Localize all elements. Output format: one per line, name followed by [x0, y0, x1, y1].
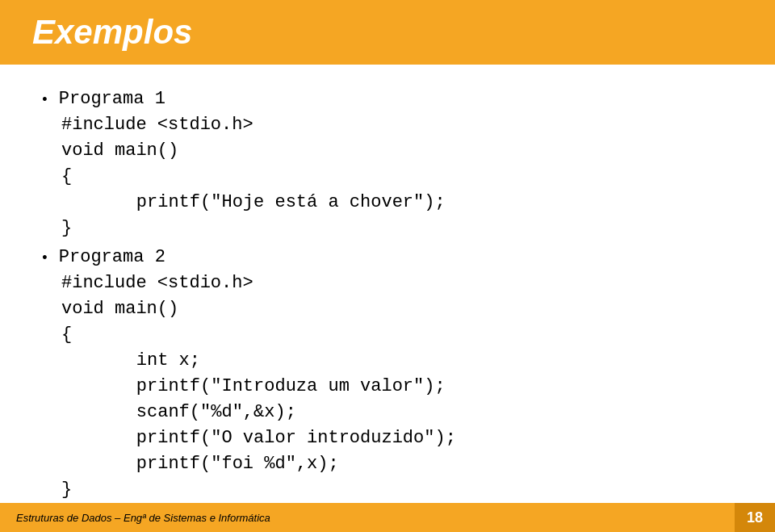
- code-line: int x;: [61, 348, 735, 374]
- program2-header: • Programa 2: [40, 247, 735, 267]
- code-line: void main(): [61, 138, 735, 164]
- code-line: printf("Introduza um valor");: [61, 374, 735, 400]
- bullet-2: •: [40, 250, 49, 266]
- header-bar: Exemplos: [0, 0, 775, 65]
- program1-header: • Programa 1: [40, 89, 735, 109]
- code-line: #include <stdio.h>: [61, 270, 735, 296]
- program1-code: #include <stdio.h> void main() { printf(…: [61, 112, 735, 241]
- footer-text: Estruturas de Dados – Engª de Sistemas e…: [16, 512, 270, 524]
- main-content: • Programa 1 #include <stdio.h> void mai…: [0, 65, 775, 525]
- code-line: printf("Hoje está a chover");: [61, 190, 735, 216]
- code-line: scanf("%d",&x);: [61, 400, 735, 425]
- code-line: {: [61, 322, 735, 348]
- code-line: printf("O valor introduzido");: [61, 425, 735, 451]
- code-line: printf("foi %d",x);: [61, 451, 735, 477]
- code-line: #include <stdio.h>: [61, 112, 735, 138]
- code-line: {: [61, 164, 735, 190]
- code-line: }: [61, 477, 735, 503]
- program2-label: Programa 2: [59, 247, 165, 267]
- code-line: void main(): [61, 296, 735, 322]
- bullet-1: •: [40, 92, 49, 108]
- code-line: }: [61, 216, 735, 241]
- page-number-box: 18: [735, 503, 775, 532]
- page-title: Exemplos: [32, 13, 192, 52]
- footer-bar: Estruturas de Dados – Engª de Sistemas e…: [0, 503, 775, 532]
- program1-label: Programa 1: [59, 89, 165, 109]
- program2-code: #include <stdio.h> void main() { int x; …: [61, 270, 735, 502]
- page-number: 18: [747, 509, 763, 526]
